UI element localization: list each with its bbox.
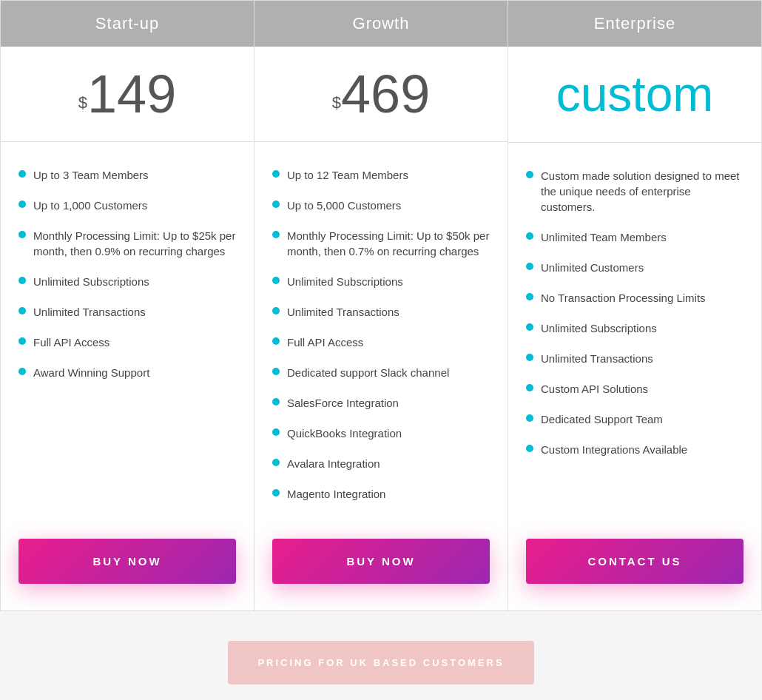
bullet-icon [272,459,280,466]
startup-buy-button[interactable]: BUY NOW [18,539,236,584]
bullet-icon [18,201,26,208]
uk-banner-button[interactable]: PRICING FOR UK BASED CUSTOMERS [228,641,533,684]
feature-item: SalesForce Integration [272,388,490,418]
plan-startup-features: Up to 3 Team MembersUp to 1,000 Customer… [1,142,254,524]
plan-growth-currency: $ [332,93,341,112]
feature-item: Full API Access [272,327,490,357]
feature-text: Dedicated support Slack channel [287,365,449,380]
feature-item: Up to 5,000 Customers [272,190,490,221]
feature-item: Unlimited Subscriptions [526,313,744,343]
plans-row: Start-up $149 Up to 3 Team MembersUp to … [0,0,762,611]
bullet-icon [272,398,280,405]
feature-text: Unlimited Transactions [287,304,399,320]
feature-item: Full API Access [18,327,236,357]
bullet-icon [526,263,533,270]
uk-banner-wrapper: PRICING FOR UK BASED CUSTOMERS [0,611,762,699]
plan-growth-cta: BUY NOW [254,524,508,610]
feature-text: Up to 3 Team Members [33,167,149,183]
feature-item: Unlimited Team Members [526,222,744,252]
feature-text: Up to 1,000 Customers [33,198,147,213]
feature-item: Unlimited Transactions [18,297,236,327]
bullet-icon [18,170,26,178]
plan-enterprise-cta: CONTACT US [508,524,761,610]
feature-text: No Transaction Processing Limits [541,290,706,306]
feature-item: Dedicated support Slack channel [272,357,490,388]
feature-text: Up to 12 Team Members [287,167,408,183]
feature-item: Unlimited Customers [526,252,744,283]
feature-text: Unlimited Subscriptions [287,274,403,289]
bullet-icon [272,489,280,497]
bullet-icon [526,171,533,178]
plan-startup-header: Start-up [1,1,254,47]
feature-item: Custom made solution designed to meet th… [526,161,744,222]
feature-item: Custom Integrations Available [526,434,744,465]
feature-text: Monthly Processing Limit: Up to $25k per… [33,228,236,259]
bullet-icon [526,384,533,391]
plan-enterprise-features: Custom made solution designed to meet th… [508,143,761,524]
plan-startup-currency: $ [78,93,87,112]
feature-item: Unlimited Transactions [272,297,490,327]
feature-item: Unlimited Subscriptions [272,266,490,297]
plan-enterprise-price: custom [508,47,761,143]
feature-item: Magento Integration [272,479,490,509]
bullet-icon [272,201,280,208]
feature-text: Unlimited Transactions [541,351,653,366]
feature-item: Avalara Integration [272,448,490,479]
bullet-icon [272,307,280,314]
bullet-icon [18,368,26,375]
feature-item: Monthly Processing Limit: Up to $50k per… [272,221,490,266]
enterprise-contact-button[interactable]: CONTACT US [526,539,744,584]
feature-text: Custom API Solutions [541,381,648,397]
feature-text: Avalara Integration [287,456,380,471]
bullet-icon [272,337,280,345]
feature-text: Custom made solution designed to meet th… [541,168,744,215]
feature-item: Unlimited Subscriptions [18,266,236,297]
plan-startup: Start-up $149 Up to 3 Team MembersUp to … [1,1,254,610]
feature-item: Unlimited Transactions [526,343,744,374]
bullet-icon [526,232,533,240]
feature-text: Dedicated Support Team [541,411,663,427]
pricing-wrapper: Start-up $149 Up to 3 Team MembersUp to … [0,0,762,699]
bullet-icon [18,307,26,314]
bullet-icon [272,170,280,178]
bullet-icon [526,414,533,422]
feature-item: Monthly Processing Limit: Up to $25k per… [18,221,236,266]
plan-growth-features: Up to 12 Team MembersUp to 5,000 Custome… [254,142,508,524]
bullet-icon [272,231,280,238]
feature-text: Magento Integration [287,486,385,502]
feature-text: SalesForce Integration [287,395,399,411]
plan-enterprise-custom: custom [556,67,714,121]
feature-text: Monthly Processing Limit: Up to $50k per… [287,228,490,259]
bullet-icon [272,428,280,436]
feature-text: Unlimited Subscriptions [541,320,657,336]
feature-item: Dedicated Support Team [526,404,744,434]
feature-text: Full API Access [287,334,363,350]
growth-buy-button[interactable]: BUY NOW [272,539,490,584]
bullet-icon [526,323,533,331]
feature-text: Unlimited Customers [541,260,644,275]
feature-item: QuickBooks Integration [272,418,490,448]
feature-text: Unlimited Transactions [33,304,146,320]
feature-item: Award Winning Support [18,357,236,388]
plan-growth: Growth $469 Up to 12 Team MembersUp to 5… [254,1,508,610]
plan-growth-amount: 469 [341,64,430,124]
bullet-icon [18,337,26,345]
bullet-icon [526,445,533,452]
feature-text: Unlimited Subscriptions [33,274,149,289]
feature-item: Up to 3 Team Members [18,160,236,190]
feature-text: Custom Integrations Available [541,442,687,457]
plan-startup-price: $149 [1,47,254,142]
bullet-icon [526,293,533,300]
feature-item: Up to 12 Team Members [272,160,490,190]
plan-enterprise: Enterprise custom Custom made solution d… [508,1,761,610]
bullet-icon [18,231,26,238]
bullet-icon [18,277,26,284]
feature-text: Award Winning Support [33,365,149,380]
bullet-icon [272,277,280,284]
feature-item: Custom API Solutions [526,374,744,404]
feature-item: No Transaction Processing Limits [526,283,744,313]
plan-startup-cta: BUY NOW [1,524,254,610]
bullet-icon [272,368,280,375]
plan-startup-amount: 149 [87,64,176,124]
feature-text: Full API Access [33,334,109,350]
